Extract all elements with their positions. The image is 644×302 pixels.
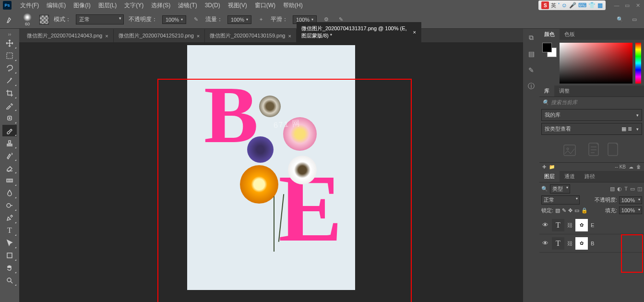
shape-tool[interactable] (2, 250, 17, 261)
layer-fill-input[interactable]: 100% (619, 206, 642, 214)
tab-paths[interactable]: 路径 (580, 171, 600, 182)
airbrush-icon[interactable]: ⌖ (256, 15, 266, 24)
filter-smart-icon[interactable]: ◫ (637, 186, 642, 192)
brush-panel-toggle[interactable] (39, 15, 49, 24)
current-tool-icon[interactable] (5, 14, 15, 25)
menu-image[interactable]: 图像(I) (70, 1, 94, 10)
menu-window[interactable]: 窗口(W) (251, 1, 279, 10)
menu-view[interactable]: 视图(V) (224, 1, 251, 10)
library-view-mode[interactable]: 按类型查看▦ ≣ (541, 123, 642, 135)
dodge-tool[interactable] (2, 200, 17, 211)
filter-adjust-icon[interactable]: ◐ (617, 186, 622, 192)
mask-link-icon[interactable]: ⛓ (567, 222, 572, 228)
mask-link-icon[interactable]: ⛓ (567, 241, 572, 246)
lock-pos-icon[interactable]: ✥ (568, 207, 572, 214)
document-tab[interactable]: 微信图片_20200704125210.png× (114, 29, 205, 42)
eyedropper-tool[interactable] (2, 100, 17, 111)
marquee-tool[interactable] (2, 50, 17, 61)
ime-keyboard-icon[interactable]: ⌨ (578, 2, 586, 9)
lock-artboard-icon[interactable]: ▭ (574, 207, 579, 214)
lock-paint-icon[interactable]: ✎ (562, 207, 566, 214)
tab-channels[interactable]: 通道 (560, 171, 580, 182)
info-panel-icon[interactable]: ⓘ (525, 81, 537, 92)
menu-help[interactable]: 帮助(H) (279, 1, 307, 10)
healing-tool[interactable] (2, 112, 17, 124)
document-tab[interactable]: 微信图片_20200704124043.png× (22, 29, 114, 42)
blur-tool[interactable] (2, 187, 17, 199)
menu-type[interactable]: 文字(Y) (120, 1, 147, 10)
lasso-tool[interactable] (2, 62, 17, 74)
lib-folder-icon[interactable]: 📁 (549, 164, 555, 169)
opacity-pressure-icon[interactable]: ✎ (191, 15, 201, 24)
ime-skin-icon[interactable]: 👕 (588, 2, 596, 9)
crop-tool[interactable] (2, 87, 17, 99)
layer-opacity-input[interactable]: 100% (619, 196, 642, 204)
layer-mask-thumb[interactable]: ✿ (575, 237, 588, 250)
lock-all-icon[interactable]: 🔒 (581, 207, 588, 214)
layer-mask-thumb[interactable]: ✿ (575, 219, 588, 231)
type-tool[interactable]: T (2, 225, 17, 236)
blend-mode-dropdown[interactable]: 正常 (76, 14, 124, 24)
ime-mic-icon[interactable]: 🎤 (569, 2, 576, 9)
magic-wand-tool[interactable] (2, 75, 17, 86)
lib-add-icon[interactable]: ✚ (542, 164, 546, 169)
ime-face-icon[interactable]: ☺ (561, 2, 567, 9)
filter-type-icon[interactable]: T (624, 186, 628, 192)
stamp-tool[interactable] (2, 137, 17, 149)
filter-icon[interactable]: 🔍 (541, 186, 548, 192)
tab-layers[interactable]: 图层 (539, 171, 560, 182)
opacity-input[interactable]: 100% (162, 15, 186, 24)
minimize-button[interactable]: — (613, 2, 620, 9)
close-button[interactable]: ✕ (634, 2, 641, 9)
pen-tool[interactable] (2, 212, 17, 224)
library-search[interactable]: 🔍 搜索当前库 (539, 97, 644, 108)
fg-bg-swatch[interactable] (542, 43, 557, 57)
lib-cloud-icon[interactable]: ☁ (629, 164, 633, 169)
workspace-switcher-icon[interactable]: ▭ (630, 15, 639, 24)
lib-trash-icon[interactable]: 🗑 (636, 164, 641, 169)
layer-blend-mode[interactable]: 正常 (541, 195, 580, 205)
canvas-viewport[interactable]: B E 671 网 (19, 42, 523, 302)
tab-color[interactable]: 颜色 (539, 29, 560, 40)
filter-pixel-icon[interactable]: ▧ (610, 186, 615, 192)
visibility-icon[interactable]: 👁 (541, 221, 549, 229)
lock-trans-icon[interactable]: ▧ (555, 207, 560, 214)
properties-panel-icon[interactable]: ▤ (525, 48, 537, 60)
tab-close-icon[interactable]: × (413, 29, 416, 35)
hand-tool[interactable] (2, 262, 17, 274)
history-brush-tool[interactable] (2, 150, 17, 161)
filter-shape-icon[interactable]: ▭ (630, 186, 635, 192)
ime-grid-icon[interactable]: ▦ (597, 2, 603, 9)
gradient-tool[interactable] (2, 175, 17, 186)
menu-filter[interactable]: 滤镜(T) (174, 1, 201, 10)
menu-edit[interactable]: 编辑(E) (43, 1, 70, 10)
menu-layer[interactable]: 图层(L) (95, 1, 121, 10)
layer-filter-kind[interactable]: 类型 (550, 184, 570, 193)
brush-preset-picker[interactable]: 60 (20, 12, 35, 27)
document-tab-active[interactable]: 微信图片_20200704131317.png @ 100% (E, 图层蒙版/… (297, 22, 421, 42)
tab-close-icon[interactable]: × (105, 33, 108, 39)
ime-punct-icon[interactable]: ' (558, 2, 559, 9)
layer-name[interactable]: B (591, 241, 594, 246)
visibility-icon[interactable]: 👁 (541, 240, 549, 247)
move-tool[interactable] (2, 37, 17, 49)
fg-color[interactable] (542, 43, 552, 52)
tab-swatches[interactable]: 色板 (560, 29, 580, 40)
library-selector[interactable]: 我的库 (541, 109, 642, 121)
menu-select[interactable]: 选择(S) (147, 1, 174, 10)
eraser-tool[interactable] (2, 162, 17, 174)
zoom-tool[interactable] (2, 275, 17, 286)
tab-close-icon[interactable]: × (288, 33, 291, 39)
tab-library[interactable]: 库 (539, 85, 554, 97)
brush-tool[interactable] (2, 125, 17, 136)
search-icon[interactable]: 🔍 (615, 15, 625, 24)
toolbox-grip[interactable]: ›› (1, 32, 18, 36)
menu-3d[interactable]: 3D(D) (201, 2, 224, 9)
layer-item[interactable]: 👁 T ⛓ ✿ B (539, 234, 644, 253)
ime-toolbar[interactable]: S 英 ' ☺ 🎤 ⌨ 👕 ▦ (538, 0, 606, 10)
flow-input[interactable]: 100% (227, 15, 251, 24)
menu-file[interactable]: 文件(F) (16, 1, 43, 10)
path-select-tool[interactable] (2, 237, 17, 249)
layer-name[interactable]: E (591, 222, 594, 228)
history-panel-icon[interactable]: ⧉ (525, 32, 537, 43)
